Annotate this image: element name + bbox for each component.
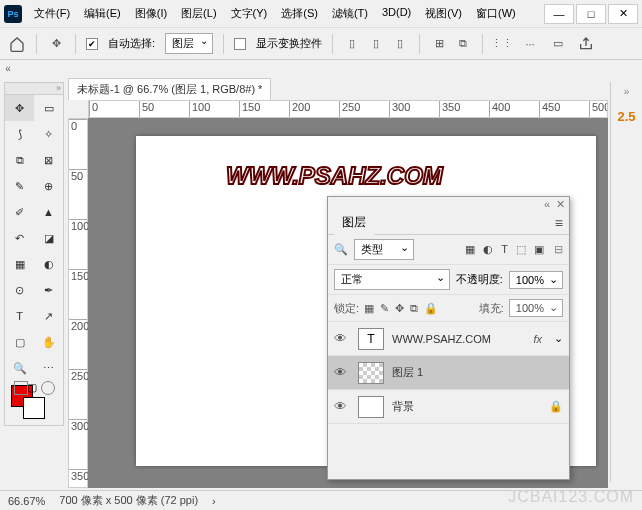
close-panel-icon[interactable]: ✕ bbox=[556, 198, 565, 210]
shape-tool[interactable]: ▢ bbox=[5, 329, 34, 355]
share-icon[interactable] bbox=[577, 35, 595, 53]
layers-tabs: 图层 ≡ bbox=[328, 211, 569, 235]
collapse-left-icon[interactable]: « bbox=[0, 60, 16, 76]
filter-kind-dropdown[interactable]: 类型 bbox=[354, 239, 414, 260]
menu-edit[interactable]: 编辑(E) bbox=[78, 3, 127, 24]
filter-type-icon[interactable]: T bbox=[501, 243, 508, 256]
panel-toggle-icon[interactable]: ▭ bbox=[549, 35, 567, 53]
ruler-tick: 350 bbox=[439, 101, 489, 117]
background-color[interactable] bbox=[23, 397, 45, 419]
autoselect-checkbox[interactable]: ✔ bbox=[86, 38, 98, 50]
doc-tab[interactable]: 未标题-1 @ 66.7% (图层 1, RGB/8#) * bbox=[68, 78, 271, 100]
visibility-icon[interactable]: 👁 bbox=[334, 365, 350, 380]
menu-image[interactable]: 图像(I) bbox=[129, 3, 173, 24]
healing-tool[interactable]: ⊕ bbox=[34, 173, 63, 199]
path-tool[interactable]: ↗ bbox=[34, 303, 63, 329]
minimize-button[interactable]: — bbox=[544, 4, 574, 24]
expand-right-icon[interactable]: » bbox=[624, 86, 630, 97]
close-button[interactable]: ✕ bbox=[608, 4, 638, 24]
distribute-icon[interactable]: ⊞ bbox=[430, 35, 448, 53]
layers-menu-icon[interactable]: ≡ bbox=[555, 215, 563, 231]
pen-tool[interactable]: ✒ bbox=[34, 277, 63, 303]
screen-row: ▢ bbox=[5, 379, 63, 397]
lock-position-icon[interactable]: ✥ bbox=[395, 302, 404, 315]
visibility-icon[interactable]: 👁 bbox=[334, 399, 350, 414]
blur-tool[interactable]: ◐ bbox=[34, 251, 63, 277]
align-center-icon[interactable]: ▯ bbox=[367, 35, 385, 53]
lock-image-icon[interactable]: ✎ bbox=[380, 302, 389, 315]
fill-dropdown[interactable]: 100% bbox=[509, 299, 563, 317]
marquee-tool[interactable]: ▭ bbox=[34, 95, 63, 121]
screenmode-button[interactable]: ▢ bbox=[27, 381, 41, 395]
filter-adjust-icon[interactable]: ◐ bbox=[483, 243, 493, 256]
lasso-tool[interactable]: ⟆ bbox=[5, 121, 34, 147]
eyedropper-tool[interactable]: ✎ bbox=[5, 173, 34, 199]
layer-name[interactable]: 背景 bbox=[392, 399, 541, 414]
dodge-tool[interactable]: ⊙ bbox=[5, 277, 34, 303]
filter-toggle-icon[interactable]: ⊟ bbox=[554, 243, 563, 256]
ruler-tick: 300 bbox=[69, 419, 87, 469]
crop-tool[interactable]: ⧉ bbox=[5, 147, 34, 173]
align-group: ▯ ▯ ▯ bbox=[343, 35, 409, 53]
menu-file[interactable]: 文件(F) bbox=[28, 3, 76, 24]
type-tool[interactable]: T bbox=[5, 303, 34, 329]
history-brush-tool[interactable]: ↶ bbox=[5, 225, 34, 251]
zoom-level[interactable]: 66.67% bbox=[8, 495, 45, 507]
gradient-tool[interactable]: ▦ bbox=[5, 251, 34, 277]
fx-icon[interactable]: fx bbox=[533, 333, 542, 345]
3d-mode-icon[interactable]: ⋮⋮ bbox=[493, 35, 511, 53]
align-left-icon[interactable]: ▯ bbox=[343, 35, 361, 53]
opacity-dropdown[interactable]: 100% bbox=[509, 271, 563, 289]
maximize-button[interactable]: □ bbox=[576, 4, 606, 24]
lock-transparent-icon[interactable]: ▦ bbox=[364, 302, 374, 315]
collapse-panel-icon[interactable]: « bbox=[544, 198, 550, 210]
move-tool[interactable]: ✥ bbox=[5, 95, 34, 121]
blend-mode-dropdown[interactable]: 正常 bbox=[334, 269, 450, 290]
layer-row[interactable]: 👁TWWW.PSAHZ.COMfx⌄ bbox=[328, 322, 569, 356]
filter-pixel-icon[interactable]: ▦ bbox=[465, 243, 475, 256]
move-tool-icon[interactable]: ✥ bbox=[47, 35, 65, 53]
layers-lock-row: 锁定: ▦ ✎ ✥ ⧉ 🔒 填充: 100% bbox=[328, 295, 569, 322]
menu-view[interactable]: 视图(V) bbox=[419, 3, 468, 24]
lock-artboard-icon[interactable]: ⧉ bbox=[410, 302, 418, 315]
autoselect-dropdown[interactable]: 图层 bbox=[165, 33, 213, 54]
menu-layer[interactable]: 图层(L) bbox=[175, 3, 222, 24]
showtransform-checkbox[interactable] bbox=[234, 38, 246, 50]
brush-tool[interactable]: ✐ bbox=[5, 199, 34, 225]
overlap-icon[interactable]: ⧉ bbox=[454, 35, 472, 53]
hand-tool[interactable]: ✋ bbox=[34, 329, 63, 355]
layer-row[interactable]: 👁图层 1 bbox=[328, 356, 569, 390]
more-options-icon[interactable]: ··· bbox=[521, 35, 539, 53]
slice-tool[interactable]: ⊠ bbox=[34, 147, 63, 173]
layer-thumbnail[interactable] bbox=[358, 362, 384, 384]
chevron-down-icon[interactable]: ⌄ bbox=[554, 332, 563, 345]
menu-3d[interactable]: 3D(D) bbox=[376, 3, 417, 24]
layers-tab[interactable]: 图层 bbox=[334, 210, 374, 235]
layer-name[interactable]: 图层 1 bbox=[392, 365, 563, 380]
menu-filter[interactable]: 滤镜(T) bbox=[326, 3, 374, 24]
status-chevron-icon[interactable]: › bbox=[212, 495, 216, 507]
home-icon[interactable] bbox=[8, 35, 26, 53]
doc-tabbar: 未标题-1 @ 66.7% (图层 1, RGB/8#) * bbox=[68, 78, 608, 100]
layer-thumbnail[interactable]: T bbox=[358, 328, 384, 350]
menu-window[interactable]: 窗口(W) bbox=[470, 3, 522, 24]
eraser-tool[interactable]: ◪ bbox=[34, 225, 63, 251]
zoom-tool[interactable]: 🔍 bbox=[5, 355, 34, 381]
toolbox-header[interactable]: » bbox=[5, 83, 63, 95]
edit-toolbar[interactable]: ⋯ bbox=[34, 355, 63, 381]
layer-thumbnail[interactable] bbox=[358, 396, 384, 418]
lock-all-icon[interactable]: 🔒 bbox=[424, 302, 438, 315]
menu-type[interactable]: 文字(Y) bbox=[225, 3, 274, 24]
search-icon[interactable]: 🔍 bbox=[334, 243, 348, 256]
visibility-icon[interactable]: 👁 bbox=[334, 331, 350, 346]
filter-shape-icon[interactable]: ⬚ bbox=[516, 243, 526, 256]
titlebar: Ps 文件(F) 编辑(E) 图像(I) 图层(L) 文字(Y) 选择(S) 滤… bbox=[0, 0, 642, 28]
align-right-icon[interactable]: ▯ bbox=[391, 35, 409, 53]
layer-name[interactable]: WWW.PSAHZ.COM bbox=[392, 333, 525, 345]
filter-smart-icon[interactable]: ▣ bbox=[534, 243, 544, 256]
menu-select[interactable]: 选择(S) bbox=[275, 3, 324, 24]
ruler-tick: 250 bbox=[69, 369, 87, 419]
stamp-tool[interactable]: ▲ bbox=[34, 199, 63, 225]
layer-row[interactable]: 👁背景🔒 bbox=[328, 390, 569, 424]
magic-wand-tool[interactable]: ✧ bbox=[34, 121, 63, 147]
